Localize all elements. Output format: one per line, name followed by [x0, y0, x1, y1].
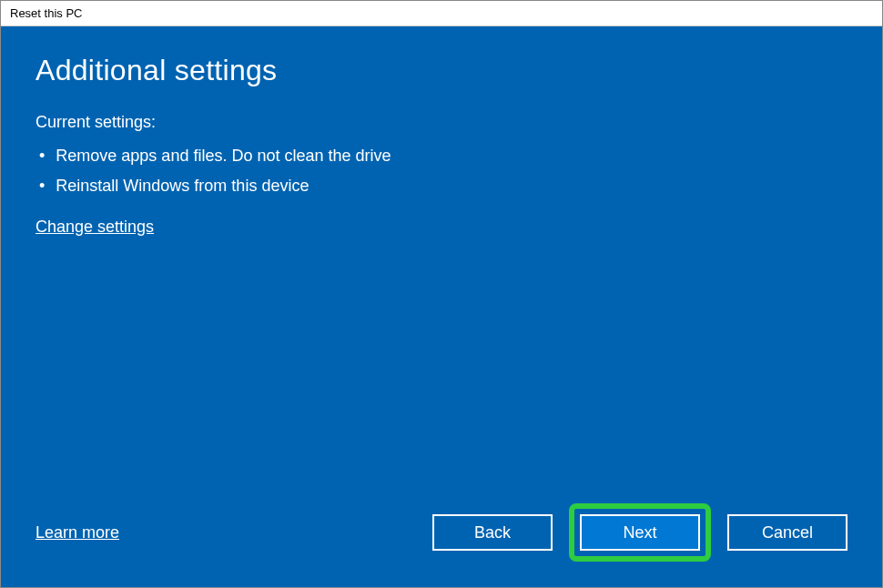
change-settings-link[interactable]: Change settings	[36, 218, 154, 237]
back-button[interactable]: Back	[432, 514, 553, 551]
learn-more-link[interactable]: Learn more	[36, 523, 119, 542]
cancel-button[interactable]: Cancel	[727, 514, 847, 551]
next-button[interactable]: Next	[580, 514, 700, 551]
current-settings-label: Current settings:	[36, 113, 847, 132]
list-item: Reinstall Windows from this device	[39, 171, 847, 201]
window-title: Reset this PC	[10, 6, 82, 20]
page-heading: Additional settings	[36, 54, 847, 87]
window-titlebar[interactable]: Reset this PC	[1, 1, 882, 26]
dialog-content: Additional settings Current settings: Re…	[1, 26, 882, 587]
button-row: Back Next Cancel	[432, 503, 847, 562]
footer-row: Learn more Back Next Cancel	[36, 503, 847, 562]
next-button-highlight: Next	[569, 503, 711, 562]
settings-list: Remove apps and files. Do not clean the …	[36, 141, 847, 201]
reset-pc-window: Reset this PC Additional settings Curren…	[0, 0, 883, 588]
list-item: Remove apps and files. Do not clean the …	[39, 141, 847, 171]
